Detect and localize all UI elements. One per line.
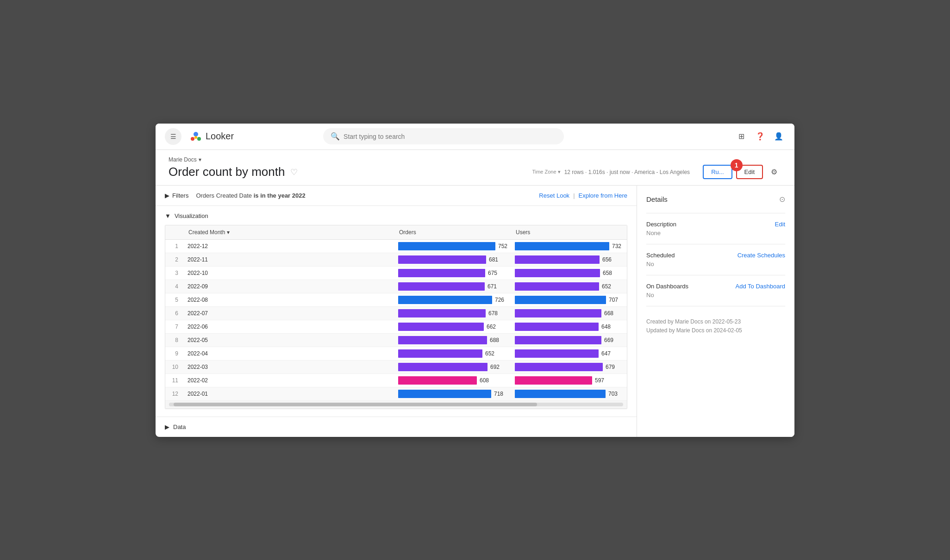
- svg-point-1: [191, 137, 194, 141]
- users-bar: [515, 376, 592, 385]
- users-bar: [515, 255, 600, 264]
- users-bar-cell: 656: [511, 253, 627, 266]
- add-to-dashboard-link[interactable]: Add To Dashboard: [736, 283, 785, 290]
- month-cell: 2022-11: [184, 253, 394, 266]
- favorite-icon[interactable]: ♡: [290, 167, 298, 177]
- dashboards-value: No: [646, 292, 785, 299]
- app-window: ☰ Looker 🔍 ⊞ ❓ 👤 Marie Docs ▾ Ord: [156, 124, 794, 437]
- help-icon[interactable]: ❓: [754, 130, 767, 143]
- external-link-icon[interactable]: ⊙: [779, 195, 785, 204]
- orders-bar: [398, 296, 492, 304]
- users-bar: [515, 309, 601, 317]
- month-cell: 2022-06: [184, 320, 394, 333]
- topbar-icons: ⊞ ❓ 👤: [735, 130, 785, 143]
- marketplace-icon[interactable]: ⊞: [735, 130, 748, 143]
- filters-toggle[interactable]: ▶ Filters: [165, 192, 188, 199]
- month-cell: 2022-01: [184, 387, 394, 400]
- orders-bar-cell: 681: [394, 253, 511, 266]
- month-cell: 2022-05: [184, 333, 394, 347]
- users-value: 647: [601, 350, 611, 357]
- search-bar[interactable]: 🔍: [323, 128, 564, 144]
- orders-value: 652: [485, 350, 494, 357]
- settings-button[interactable]: ⚙: [767, 165, 781, 180]
- orders-value: 752: [498, 243, 507, 249]
- table-row: 10 2022-03 692 679: [165, 360, 627, 373]
- users-bar-cell: 647: [511, 347, 627, 360]
- page-title-row: Order count by month ♡ Time Zone ▾ 12 ro…: [169, 165, 781, 180]
- users-bar-cell: 669: [511, 333, 627, 347]
- orders-bar-cell: 671: [394, 280, 511, 293]
- orders-bar-cell: 678: [394, 306, 511, 320]
- breadcrumb[interactable]: Marie Docs ▾: [169, 156, 781, 163]
- main-content: ▶ Filters Orders Created Date is in the …: [156, 186, 794, 437]
- col-users[interactable]: Users: [511, 225, 627, 240]
- scrollbar-row[interactable]: [165, 400, 627, 408]
- col-created-month[interactable]: Created Month ▾: [184, 225, 394, 240]
- explore-from-here-link[interactable]: Explore from Here: [579, 192, 627, 199]
- users-bar: [515, 269, 600, 277]
- row-num: 7: [165, 320, 184, 333]
- viz-table: Created Month ▾ Orders Users 1 2022-12: [165, 225, 627, 409]
- month-cell: 2022-10: [184, 266, 394, 280]
- create-schedules-link[interactable]: Create Schedules: [738, 252, 785, 259]
- row-num: 1: [165, 239, 184, 253]
- scheduled-row: Scheduled Create Schedules: [646, 252, 785, 259]
- filters-label: Filters: [172, 192, 188, 199]
- filters-bar: ▶ Filters Orders Created Date is in the …: [156, 186, 637, 206]
- orders-bar: [398, 363, 488, 371]
- users-value: 656: [602, 256, 612, 263]
- table-row: 8 2022-05 688 669: [165, 333, 627, 347]
- page-title: Order count by month: [169, 165, 285, 179]
- row-num: 3: [165, 266, 184, 280]
- orders-bar-cell: 688: [394, 333, 511, 347]
- table-row: 11 2022-02 608 597: [165, 373, 627, 387]
- left-panel: ▶ Filters Orders Created Date is in the …: [156, 186, 637, 437]
- horizontal-scrollbar[interactable]: [169, 403, 623, 406]
- row-num: 5: [165, 293, 184, 306]
- scrollbar-thumb[interactable]: [174, 403, 537, 406]
- page-header: Marie Docs ▾ Order count by month ♡ Time…: [156, 150, 794, 186]
- dashboards-section: On Dashboards Add To Dashboard No: [646, 275, 785, 306]
- account-icon[interactable]: 👤: [772, 130, 785, 143]
- users-bar: [515, 390, 606, 398]
- description-section: Description Edit None: [646, 213, 785, 244]
- orders-value: 662: [487, 324, 496, 330]
- viz-label: Visualization: [175, 212, 208, 219]
- month-cell: 2022-09: [184, 280, 394, 293]
- dashboards-row: On Dashboards Add To Dashboard: [646, 283, 785, 290]
- orders-bar-cell: 692: [394, 360, 511, 373]
- breadcrumb-label: Marie Docs: [169, 156, 197, 163]
- users-value: 648: [601, 324, 611, 330]
- data-section: ▶ Data: [156, 417, 637, 437]
- edit-button[interactable]: 1 Edit: [736, 165, 763, 179]
- users-value: 669: [604, 337, 613, 343]
- users-bar: [515, 242, 609, 250]
- table-row: 3 2022-10 675 658: [165, 266, 627, 280]
- data-header[interactable]: ▶ Data: [165, 417, 627, 437]
- run-button[interactable]: Ru...: [703, 165, 732, 179]
- search-input[interactable]: [344, 133, 556, 140]
- users-bar-cell: 707: [511, 293, 627, 306]
- orders-bar: [398, 255, 486, 264]
- description-edit-link[interactable]: Edit: [775, 221, 785, 228]
- orders-bar: [398, 282, 485, 291]
- looker-logo-icon: [189, 130, 203, 143]
- details-header: Details ⊙: [646, 195, 785, 204]
- hamburger-button[interactable]: ☰: [165, 128, 181, 145]
- viz-header[interactable]: ▼ Visualization: [165, 206, 627, 225]
- filter-tag: Orders Created Date is in the year 2022: [196, 192, 305, 199]
- col-orders[interactable]: Orders: [394, 225, 511, 240]
- gear-icon: ⚙: [771, 168, 777, 176]
- description-value: None: [646, 230, 785, 236]
- scrollbar-track-cell[interactable]: [165, 400, 627, 408]
- meta-info: Time Zone ▾ 12 rows · 1.016s · just now …: [532, 169, 690, 175]
- month-cell: 2022-02: [184, 373, 394, 387]
- filter-condition: is in the year 2022: [254, 192, 306, 199]
- visualization-section: ▼ Visualization Created Month ▾: [156, 206, 637, 417]
- orders-bar-cell: 752: [394, 239, 511, 253]
- month-cell: 2022-08: [184, 293, 394, 306]
- orders-bar: [398, 323, 484, 331]
- svg-point-2: [197, 137, 201, 141]
- reset-look-link[interactable]: Reset Look: [539, 192, 569, 199]
- table-row: 7 2022-06 662 648: [165, 320, 627, 333]
